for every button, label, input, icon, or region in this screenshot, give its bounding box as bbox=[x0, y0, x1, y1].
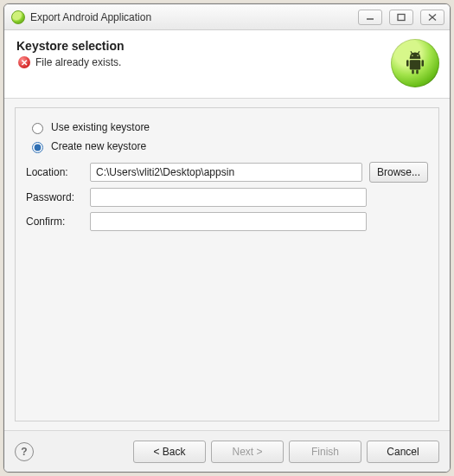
close-icon bbox=[427, 13, 438, 22]
next-button[interactable]: Next > bbox=[211, 441, 284, 463]
error-icon: ✕ bbox=[18, 56, 30, 68]
back-button[interactable]: < Back bbox=[133, 441, 206, 463]
svg-rect-6 bbox=[422, 60, 425, 67]
header-banner: Keystore selection ✕ File already exists… bbox=[4, 30, 450, 99]
confirm-input[interactable] bbox=[90, 212, 367, 231]
svg-rect-4 bbox=[410, 60, 421, 69]
radio-use-existing-label: Use existing keystore bbox=[51, 121, 150, 133]
password-label: Password: bbox=[26, 191, 83, 203]
confirm-label: Confirm: bbox=[26, 215, 83, 228]
svg-rect-5 bbox=[406, 60, 409, 67]
page-title: Keystore selection bbox=[16, 39, 391, 53]
svg-line-11 bbox=[411, 51, 412, 54]
svg-point-10 bbox=[417, 55, 419, 56]
radio-create-new-label: Create new keystore bbox=[51, 140, 146, 152]
svg-line-12 bbox=[418, 51, 419, 54]
help-button[interactable]: ? bbox=[15, 442, 34, 461]
svg-point-9 bbox=[412, 55, 413, 56]
minimize-icon bbox=[365, 13, 375, 22]
window-buttons bbox=[358, 10, 444, 25]
cancel-button[interactable]: Cancel bbox=[367, 441, 439, 463]
content-area: Use existing keystore Create new keystor… bbox=[4, 99, 450, 430]
help-icon: ? bbox=[21, 446, 27, 458]
footer: ? < Back Next > Finish Cancel bbox=[4, 430, 450, 472]
svg-rect-8 bbox=[416, 70, 419, 74]
radio-use-existing[interactable]: Use existing keystore bbox=[28, 120, 428, 134]
dialog-window: Export Android Application Keystore sele… bbox=[3, 3, 451, 473]
minimize-button[interactable] bbox=[358, 10, 382, 25]
location-input[interactable] bbox=[90, 163, 362, 182]
android-icon bbox=[391, 39, 439, 87]
close-button[interactable] bbox=[420, 10, 444, 25]
password-input[interactable] bbox=[90, 188, 367, 207]
radio-use-existing-input[interactable] bbox=[32, 123, 43, 134]
svg-rect-7 bbox=[412, 70, 414, 74]
window-title: Export Android Application bbox=[30, 11, 151, 23]
radio-create-new-input[interactable] bbox=[32, 142, 43, 153]
svg-rect-1 bbox=[398, 14, 405, 20]
status-row: ✕ File already exists. bbox=[18, 56, 391, 68]
title-bar: Export Android Application bbox=[4, 4, 450, 30]
maximize-button[interactable] bbox=[389, 10, 413, 25]
maximize-icon bbox=[396, 13, 406, 22]
app-icon bbox=[11, 10, 25, 24]
browse-button[interactable]: Browse... bbox=[369, 162, 428, 183]
finish-button[interactable]: Finish bbox=[289, 441, 361, 463]
form-panel: Use existing keystore Create new keystor… bbox=[15, 107, 439, 421]
radio-create-new[interactable]: Create new keystore bbox=[28, 139, 428, 153]
status-text: File already exists. bbox=[35, 56, 121, 68]
location-label: Location: bbox=[26, 166, 83, 178]
